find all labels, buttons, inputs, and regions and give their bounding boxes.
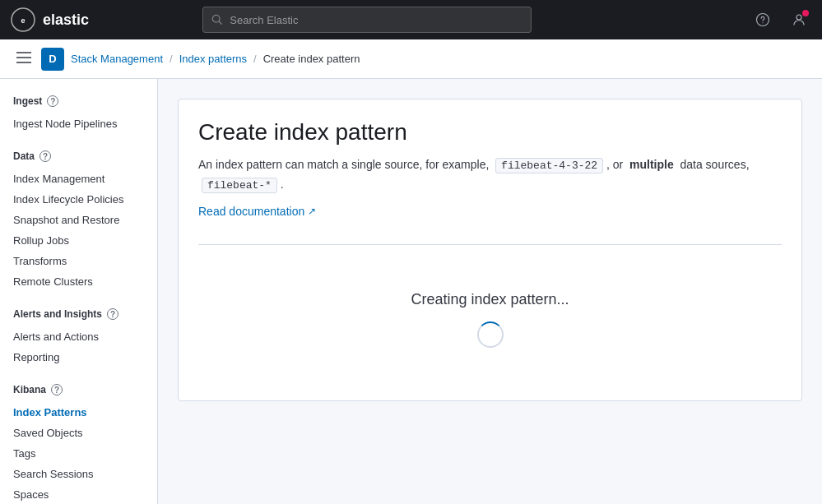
page-description: An index pattern can match a single sour… — [198, 155, 782, 195]
page-title: Create index pattern — [198, 119, 782, 146]
loading-container: Creating index pattern... — [198, 258, 782, 381]
sidebar-item-reporting[interactable]: Reporting — [0, 347, 157, 368]
data-label: Data — [13, 150, 35, 162]
ingest-label: Ingest — [13, 95, 42, 107]
sidebar-item-saved-objects[interactable]: Saved Objects — [0, 423, 157, 443]
sidebar-item-snapshot-and-restore[interactable]: Snapshot and Restore — [0, 210, 157, 230]
sidebar-item-tags[interactable]: Tags — [0, 443, 157, 464]
sidebar-section-alerts: Alerts and Insights ? Alerts and Actions… — [0, 305, 157, 368]
doc-link-label: Read documentation — [198, 205, 304, 218]
logo-text: elastic — [43, 12, 89, 29]
external-link-icon: ↗ — [308, 206, 316, 217]
search-bar[interactable]: Search Elastic — [202, 7, 532, 33]
breadcrumb-sep-1: / — [170, 53, 173, 65]
description-middle: , or — [606, 158, 623, 171]
data-help-icon[interactable]: ? — [39, 150, 51, 162]
ingest-help-icon[interactable]: ? — [47, 95, 58, 107]
svg-line-3 — [220, 21, 222, 24]
top-nav: e elastic Search Elastic — [0, 0, 822, 39]
sidebar-item-transforms[interactable]: Transforms — [0, 251, 157, 271]
description-prefix: An index pattern can match a single sour… — [198, 158, 489, 171]
sidebar-section-header-alerts: Alerts and Insights ? — [0, 305, 157, 323]
sidebar-item-alerts-actions[interactable]: Alerts and Actions — [0, 326, 157, 347]
svg-point-5 — [762, 22, 763, 23]
help-icon-btn[interactable] — [750, 7, 776, 33]
breadcrumb-current: Create index pattern — [263, 53, 360, 65]
search-placeholder: Search Elastic — [230, 14, 298, 26]
sidebar-section-header-ingest: Ingest ? — [0, 92, 157, 110]
sidebar-item-index-patterns[interactable]: Index Patterns — [0, 402, 157, 423]
sidebar-section-header-kibana: Kibana ? — [0, 381, 157, 399]
kibana-help-icon[interactable]: ? — [51, 384, 63, 395]
sidebar-item-rollup-jobs[interactable]: Rollup Jobs — [0, 230, 157, 251]
sidebar-section-data: Data ? Index Management Index Lifecycle … — [0, 147, 157, 292]
top-nav-icons — [750, 7, 812, 33]
description-after-bold: data sources, — [680, 158, 749, 171]
sidebar: Ingest ? Ingest Node Pipelines Data ? In… — [0, 79, 158, 504]
kibana-label: Kibana — [13, 384, 46, 395]
sidebar-item-search-sessions[interactable]: Search Sessions — [0, 464, 157, 484]
search-icon — [211, 14, 223, 25]
loading-spinner — [477, 321, 504, 348]
breadcrumb-bar: D Stack Management / Index patterns / Cr… — [0, 39, 822, 79]
sidebar-item-index-lifecycle-policies[interactable]: Index Lifecycle Policies — [0, 189, 157, 210]
example1-code: filebeat-4-3-22 — [495, 158, 603, 173]
sidebar-section-ingest: Ingest ? Ingest Node Pipelines — [0, 92, 157, 134]
sidebar-item-index-management[interactable]: Index Management — [0, 169, 157, 189]
alerts-label: Alerts and Insights — [13, 308, 102, 320]
sidebar-item-ingest-node-pipelines[interactable]: Ingest Node Pipelines — [0, 113, 157, 134]
main-content: Create index pattern An index pattern ca… — [158, 79, 822, 504]
description-suffix: . — [281, 178, 284, 191]
notification-dot — [802, 10, 809, 16]
content-panel: Create index pattern An index pattern ca… — [178, 99, 802, 401]
hamburger-button[interactable] — [13, 49, 35, 69]
alerts-help-icon[interactable]: ? — [107, 308, 118, 320]
breadcrumb-sep-2: / — [253, 53, 257, 65]
sidebar-section-kibana: Kibana ? Index Patterns Saved Objects Ta… — [0, 381, 157, 504]
read-documentation-link[interactable]: Read documentation ↗ — [198, 205, 316, 218]
bold-word: multiple — [629, 158, 674, 171]
svg-text:e: e — [21, 16, 25, 25]
user-icon-btn[interactable] — [786, 7, 812, 33]
loading-text: Creating index pattern... — [411, 291, 569, 308]
svg-point-6 — [796, 15, 801, 20]
sidebar-item-remote-clusters[interactable]: Remote Clusters — [0, 271, 157, 292]
main-layout: Ingest ? Ingest Node Pipelines Data ? In… — [0, 79, 822, 504]
sidebar-section-header-data: Data ? — [0, 147, 157, 165]
example2-code: filebeat-* — [202, 178, 277, 193]
sidebar-item-spaces[interactable]: Spaces — [0, 484, 157, 504]
content-divider — [198, 244, 782, 245]
breadcrumb-stack-management[interactable]: Stack Management — [71, 53, 163, 65]
space-badge[interactable]: D — [41, 48, 64, 71]
elastic-logo: e elastic — [10, 7, 89, 33]
breadcrumb-index-patterns[interactable]: Index patterns — [179, 53, 247, 65]
